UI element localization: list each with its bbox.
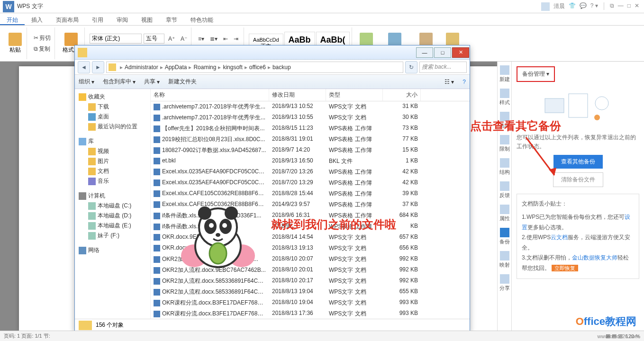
nav-forward-icon[interactable]: ► xyxy=(92,61,104,73)
file-row[interactable]: .archivetemp7.2017-2018学年优秀学生...2018/9/1… xyxy=(151,112,470,123)
sidebar-videos[interactable]: 视频 xyxy=(77,146,148,156)
new-folder-button[interactable]: 新建文件夹 xyxy=(168,78,197,86)
file-row[interactable]: .archivetemp7.2017-2018学年优秀学生...2018/9/1… xyxy=(151,101,470,112)
strip-select[interactable]: 选择 xyxy=(499,112,510,129)
numbering-icon[interactable]: ≣▾ xyxy=(208,35,219,43)
font-size-select[interactable]: 五号 xyxy=(144,34,164,44)
strip-share[interactable]: 分享 xyxy=(499,274,510,292)
copy-button[interactable]: ⧉复制 xyxy=(32,44,53,54)
increase-font-icon[interactable]: A⁺ xyxy=(166,35,177,43)
font-name-select[interactable]: 宋体 (正文) xyxy=(90,34,142,44)
file-row[interactable]: OKR2加人流程.docx.585336891F64CA...2018/8/10… xyxy=(151,276,470,287)
file-row[interactable]: Excel.xlsx.CAFE105C0362RE88B8F692...2014… xyxy=(151,199,470,210)
share-button[interactable]: 共享 ▾ xyxy=(144,78,160,86)
tab-layout[interactable]: 页面布局 xyxy=(49,13,85,25)
explorer-close-icon[interactable]: ✕ xyxy=(452,47,469,58)
tab-start[interactable]: 开始 xyxy=(0,13,25,25)
organize-button[interactable]: 组织 ▾ xyxy=(79,78,94,86)
file-row[interactable]: OKR.docx.....A179B...2018/8/13 19:13WPS文… xyxy=(151,243,470,254)
explorer-minimize-icon[interactable]: — xyxy=(416,47,433,58)
file-row[interactable]: OKR2加人流程.docx.3C76AC7462B...2018/8/10 20… xyxy=(151,254,470,265)
help-icon[interactable]: ? ▾ xyxy=(590,2,598,11)
file-row[interactable]: OKR2加人流程.docx.9EBC76AC7462B...2018/8/10 … xyxy=(151,265,470,276)
sidebar-documents[interactable]: 文档 xyxy=(77,166,148,176)
strip-backup[interactable]: 备份 xyxy=(499,228,510,245)
bullets-icon[interactable]: ≡▾ xyxy=(196,35,206,43)
popout-icon[interactable]: ⧉ xyxy=(610,2,614,11)
sidebar-disk-d[interactable]: 本地磁盘 (D:) xyxy=(77,211,148,221)
file-row[interactable]: OKR2加人流程.docx.585336891F64CA...2018/8/13… xyxy=(151,287,470,297)
chat-icon[interactable]: 💬 xyxy=(580,2,587,11)
user-avatar-icon[interactable] xyxy=(541,2,550,11)
network-group[interactable]: 网络 xyxy=(77,245,148,255)
skin-icon[interactable]: 👕 xyxy=(569,2,576,11)
file-row[interactable]: 180827-0902订单数据.xlsx.9AD452687...2018/9/… xyxy=(151,145,470,156)
indent-inc-icon[interactable]: ⇥ xyxy=(232,35,240,43)
sidebar-pictures[interactable]: 图片 xyxy=(77,156,148,166)
col-name[interactable]: 名称 xyxy=(151,89,269,101)
indent-dec-icon[interactable]: ⇤ xyxy=(221,35,230,43)
include-library-button[interactable]: 包含到库中 ▾ xyxy=(103,78,136,86)
minimize-icon[interactable]: — xyxy=(618,2,624,11)
file-row[interactable]: Excel.xlsx.CAFE105C0362RE88B8F692...2018… xyxy=(151,188,470,199)
libraries-group[interactable]: 库 xyxy=(77,136,148,146)
favorites-group[interactable]: 收藏夹 xyxy=(77,92,148,102)
strip-new[interactable]: 新建 xyxy=(499,65,510,83)
address-bar[interactable]: ▸Administrator ▸AppData ▸Roaming ▸kingso… xyxy=(106,62,403,73)
sidebar-disk-c[interactable]: 本地磁盘 (C:) xyxy=(77,201,148,211)
view-mode-icon[interactable]: ☷ ▾ xyxy=(444,79,454,85)
recover-now-button[interactable]: 立即恢复 xyxy=(552,265,578,271)
sidebar-recent[interactable]: 最近访问的位置 xyxy=(77,122,148,132)
tab-review[interactable]: 审阅 xyxy=(110,13,135,25)
paste-button[interactable]: 粘贴 xyxy=(6,32,25,55)
file-row[interactable]: 2019校招汇总职位08月23日.xlsx.8D0C...2018/8/31 1… xyxy=(151,134,470,145)
strip-feedback[interactable]: 反馈 xyxy=(499,181,510,199)
tab-view[interactable]: 视图 xyxy=(135,13,159,25)
sidebar-music[interactable]: 音乐 xyxy=(77,176,148,186)
tab-special[interactable]: 特色功能 xyxy=(184,13,220,25)
file-row[interactable]: et.bkl2018/9/13 16:50BKL 文件1 KB xyxy=(151,156,470,167)
sidebar-desktop[interactable]: 桌面 xyxy=(77,112,148,122)
close-icon[interactable]: ✕ xyxy=(635,2,639,11)
refresh-icon[interactable]: ↻ xyxy=(405,61,417,73)
file-row[interactable]: if条件函数.xls.9EBC76AC680D336F1...2018/9/6 … xyxy=(151,210,470,221)
cut-button[interactable]: ✂剪切 xyxy=(32,33,53,43)
strip-restrict[interactable]: 限制 xyxy=(499,135,510,153)
file-icon xyxy=(154,213,160,219)
strip-map[interactable]: 映射 xyxy=(499,251,510,269)
explorer-titlebar[interactable]: — □ ✕ xyxy=(75,45,470,60)
tab-reference[interactable]: 引用 xyxy=(85,13,110,25)
sidebar-downloads[interactable]: 下载 xyxy=(77,102,148,112)
sidebar-disk-f[interactable]: 妹子 (F:) xyxy=(77,231,148,241)
tab-insert[interactable]: 插入 xyxy=(25,13,49,25)
col-type[interactable]: 类型 xyxy=(326,89,383,101)
file-row[interactable]: OKR课程分流.docx.B3FE17DAEF7685E...2018/8/10… xyxy=(151,297,470,308)
file-row[interactable]: Excel.xlsx.0235AEF4A90FDCF05C0C54...2018… xyxy=(151,178,470,188)
explorer-search-input[interactable]: 搜索 back... xyxy=(419,62,467,73)
tab-chapter[interactable]: 章节 xyxy=(159,13,184,25)
file-row[interactable]: OKR课程分流.docx.B3FE17DAEF7685E...2018/8/13… xyxy=(151,308,470,319)
clear-backups-button[interactable]: 清除备份文件 xyxy=(553,172,603,187)
strip-style[interactable]: 样式 xyxy=(499,89,510,106)
sidebar-disk-e[interactable]: 本地磁盘 (E:) xyxy=(77,221,148,231)
file-row[interactable]: 【offer先生】2019名企秋招网申时间表...2018/8/15 11:23… xyxy=(151,123,470,134)
file-row[interactable]: Excel.xlsx.0235AEF4A90FDCF05C0C54...2018… xyxy=(151,167,470,178)
strip-props[interactable]: 属性 xyxy=(499,205,510,222)
app-logo-icon: W xyxy=(3,1,14,12)
decrease-font-icon[interactable]: A⁻ xyxy=(179,35,189,43)
maximize-icon[interactable]: □ xyxy=(627,2,631,11)
tips-box: 文档防丢小贴士： 1.WPS已为您智能备份每份文档，您还可设置更多贴心选项。 2… xyxy=(517,194,639,278)
backup-management-button[interactable]: 备份管理 ▾ xyxy=(517,66,555,82)
cloud-doc-link[interactable]: 云文档 xyxy=(551,234,568,241)
strip-structure[interactable]: 结构 xyxy=(499,158,510,176)
col-date[interactable]: 修改日期 xyxy=(269,89,326,101)
explorer-maximize-icon[interactable]: □ xyxy=(434,47,451,58)
view-other-backups-button[interactable]: 查看其他备份 xyxy=(553,155,603,169)
help-icon[interactable]: ? xyxy=(463,79,466,85)
recovery-link[interactable]: 金山数据恢复大师 xyxy=(572,254,617,261)
col-size[interactable]: 大小 xyxy=(383,89,421,101)
nav-back-icon[interactable]: ◄ xyxy=(78,61,90,73)
computer-group[interactable]: 计算机 xyxy=(77,191,148,201)
file-row[interactable]: OKR.docx.9EBC....179B...2018/8/14 14:54W… xyxy=(151,232,470,243)
file-row[interactable]: if条件函数.xls.9EBC...336F1...2018/9/...WPS表… xyxy=(151,221,470,232)
